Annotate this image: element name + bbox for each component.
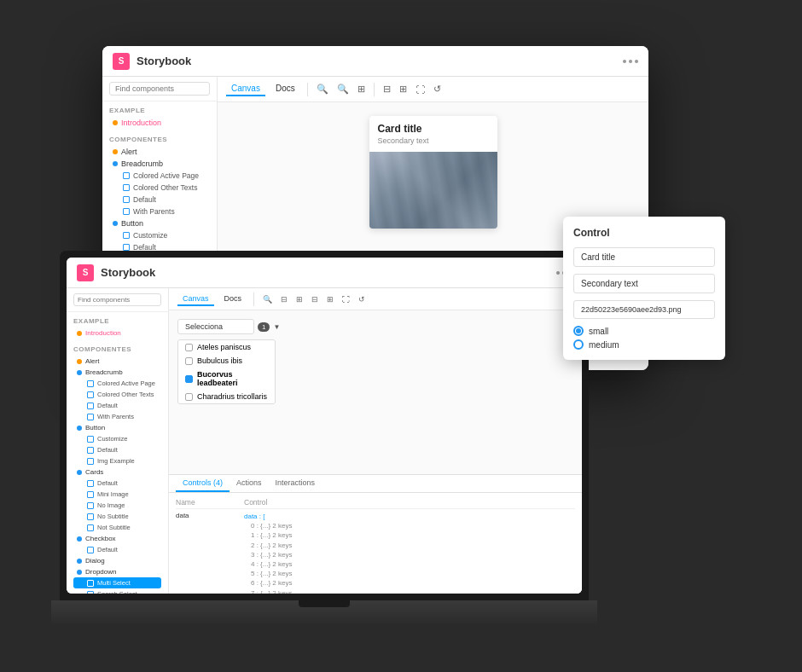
dropdown-item-2[interactable]: Bucorvus leadbeateri bbox=[178, 368, 275, 390]
front-fullscreen-icon[interactable]: ⛶ bbox=[340, 293, 352, 305]
front-toolbar: Canvas Docs 🔍 ⊟ ⊞ ⊟ ⊞ ⛶ ↺ bbox=[169, 288, 582, 310]
front-search-select-icon bbox=[87, 591, 94, 594]
right-panel-radio-small[interactable]: small bbox=[573, 326, 715, 336]
front-colored-other[interactable]: Colored Other Texts bbox=[73, 389, 161, 400]
default-2-icon bbox=[123, 244, 130, 251]
front-no-subtitle-icon bbox=[87, 513, 94, 520]
front-no-image[interactable]: No Image bbox=[73, 500, 161, 511]
controls-tab-actions[interactable]: Actions bbox=[230, 475, 269, 492]
back-with-parents[interactable]: With Parents bbox=[109, 206, 210, 217]
controls-tab-interactions[interactable]: Interactions bbox=[269, 475, 323, 492]
front-cards-group[interactable]: Cards bbox=[73, 466, 161, 478]
back-default-1[interactable]: Default bbox=[109, 194, 210, 206]
dropdown-checkbox-0[interactable] bbox=[185, 344, 193, 351]
front-colored-other-icon bbox=[87, 391, 94, 398]
front-img-example-icon bbox=[87, 458, 94, 465]
back-tab-canvas[interactable]: Canvas bbox=[226, 82, 265, 96]
front-multi-select[interactable]: Multi Select bbox=[73, 577, 161, 588]
front-example-label: EXAMPLE bbox=[73, 317, 161, 325]
front-cards-default[interactable]: Default bbox=[73, 478, 161, 489]
front-button-group[interactable]: Button bbox=[73, 422, 161, 433]
controls-tab-controls[interactable]: Controls (4) bbox=[176, 475, 230, 492]
front-alert[interactable]: Alert bbox=[73, 356, 161, 367]
back-alert-item[interactable]: Alert bbox=[109, 146, 210, 158]
front-search-input[interactable] bbox=[73, 293, 161, 306]
back-search-input[interactable] bbox=[109, 82, 210, 96]
front-columns-icon[interactable]: ⊞ bbox=[325, 293, 335, 305]
dropdown-item-0[interactable]: Ateles paniscus bbox=[178, 340, 275, 354]
zoom-in-icon[interactable]: 🔍 bbox=[315, 82, 330, 96]
front-default-1-icon bbox=[87, 403, 94, 409]
front-tab-canvas[interactable]: Canvas bbox=[177, 293, 214, 306]
front-fit-icon[interactable]: ⊞ bbox=[294, 293, 305, 305]
front-checkbox-group[interactable]: Checkbox bbox=[73, 533, 161, 544]
zoom-out-icon[interactable]: 🔍 bbox=[335, 82, 351, 96]
dropdown-item-3[interactable]: Charadrius tricollaris bbox=[178, 390, 275, 403]
back-breadcrumb-item[interactable]: Breadcrumb bbox=[109, 158, 210, 170]
front-toolbar-sep bbox=[253, 293, 254, 306]
dropdown-checkbox-1[interactable] bbox=[185, 357, 193, 365]
front-inner: EXAMPLE Introduction COMPONENTES Alert bbox=[67, 288, 582, 594]
front-search-bar[interactable] bbox=[67, 288, 168, 312]
card-title: Card title bbox=[378, 123, 489, 135]
front-search-select[interactable]: Search Select bbox=[73, 588, 161, 594]
back-colored-other[interactable]: Colored Other Texts bbox=[109, 182, 210, 194]
fit-icon[interactable]: ⊞ bbox=[356, 82, 367, 96]
radio-small-dot[interactable] bbox=[573, 326, 584, 336]
back-search-bar[interactable] bbox=[102, 77, 217, 101]
right-panel-card-title[interactable] bbox=[573, 247, 715, 267]
front-dialog-group[interactable]: Dialog bbox=[73, 555, 161, 566]
front-zoom-out-icon[interactable]: ⊟ bbox=[279, 293, 289, 305]
right-panel-radio-medium[interactable]: medium bbox=[573, 339, 715, 350]
col-header-control: Control bbox=[244, 498, 575, 507]
default-1-icon bbox=[123, 196, 130, 203]
front-introduction[interactable]: Introduction bbox=[73, 327, 161, 339]
front-grid-icon[interactable]: ⊟ bbox=[310, 293, 320, 305]
front-no-subtitle[interactable]: No Subtitle bbox=[73, 511, 161, 522]
front-tab-docs[interactable]: Docs bbox=[219, 293, 247, 306]
front-not-subtitle-icon bbox=[87, 524, 94, 531]
dropdown-checkbox-2[interactable] bbox=[185, 375, 193, 383]
front-dialog-dot bbox=[77, 559, 82, 564]
alert-dot bbox=[113, 149, 118, 154]
back-tab-docs[interactable]: Docs bbox=[270, 82, 300, 96]
front-breadcrumb[interactable]: Breadcrumb bbox=[73, 367, 161, 378]
front-example-section: EXAMPLE Introduction bbox=[67, 312, 168, 340]
back-toolbar: Canvas Docs 🔍 🔍 ⊞ ⊟ ⊞ ⛶ ↺ bbox=[218, 77, 648, 102]
front-default-1[interactable]: Default bbox=[73, 400, 161, 411]
back-sidebar-introduction[interactable]: Introduction bbox=[109, 117, 210, 129]
right-panel-secondary-text[interactable] bbox=[573, 274, 715, 293]
dropdown-checkbox-3[interactable] bbox=[185, 393, 193, 401]
right-panel-image-field[interactable]: 22d50223e5690aee2d93.png bbox=[573, 300, 715, 319]
grid-icon[interactable]: ⊟ bbox=[381, 82, 392, 96]
back-colored-active[interactable]: Colored Active Page bbox=[109, 170, 210, 182]
front-refresh-icon[interactable]: ↺ bbox=[357, 293, 367, 305]
front-img-example[interactable]: Img Example bbox=[73, 455, 161, 466]
front-multi-select-icon bbox=[87, 580, 94, 587]
front-components-section: COMPONENTES Alert Breadcrumb bbox=[67, 340, 168, 594]
front-breadcrumb-dot bbox=[77, 370, 82, 375]
front-colored-active[interactable]: Colored Active Page bbox=[73, 378, 161, 389]
front-checkbox-default[interactable]: Default bbox=[73, 544, 161, 555]
front-with-parents-icon bbox=[87, 414, 94, 420]
radio-medium-dot[interactable] bbox=[573, 339, 584, 350]
dropdown-arrow-icon[interactable]: ▼ bbox=[273, 323, 280, 331]
front-customize[interactable]: Customize bbox=[73, 433, 161, 444]
controls-table: Name Control data data : [ 0 : {...} 2 k… bbox=[169, 493, 582, 594]
fullscreen-icon[interactable]: ⛶ bbox=[414, 83, 427, 96]
dropdown-select-display[interactable]: Selecciona bbox=[177, 319, 254, 334]
front-zoom-in-icon[interactable]: 🔍 bbox=[261, 293, 274, 305]
front-checkbox-dot bbox=[77, 536, 82, 542]
refresh-icon[interactable]: ↺ bbox=[432, 82, 443, 96]
front-with-parents[interactable]: With Parents bbox=[73, 411, 161, 422]
columns-icon[interactable]: ⊞ bbox=[398, 82, 409, 96]
back-button-item[interactable]: Button bbox=[109, 217, 210, 229]
front-not-subtitle[interactable]: Not Subtitle bbox=[73, 522, 161, 533]
col-header-name: Name bbox=[176, 498, 244, 507]
dropdown-item-1[interactable]: Bubulcus ibis bbox=[178, 354, 275, 368]
front-mini-image[interactable]: Mini Image bbox=[73, 489, 161, 500]
front-dropdown-group[interactable]: Dropdown bbox=[73, 566, 161, 577]
back-customize[interactable]: Customize bbox=[109, 229, 210, 241]
front-default-2[interactable]: Default bbox=[73, 444, 161, 455]
toolbar-sep-2 bbox=[374, 83, 375, 96]
